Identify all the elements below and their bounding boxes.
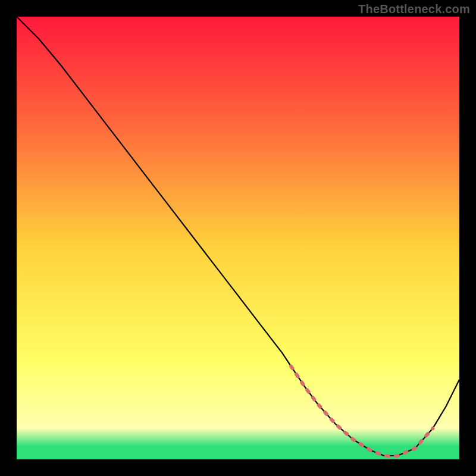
watermark-text: TheBottleneck.com <box>358 2 470 16</box>
plot-area <box>17 17 459 459</box>
chart-svg <box>17 17 459 459</box>
chart-frame: TheBottleneck.com <box>0 0 476 476</box>
gradient-background <box>17 17 459 459</box>
